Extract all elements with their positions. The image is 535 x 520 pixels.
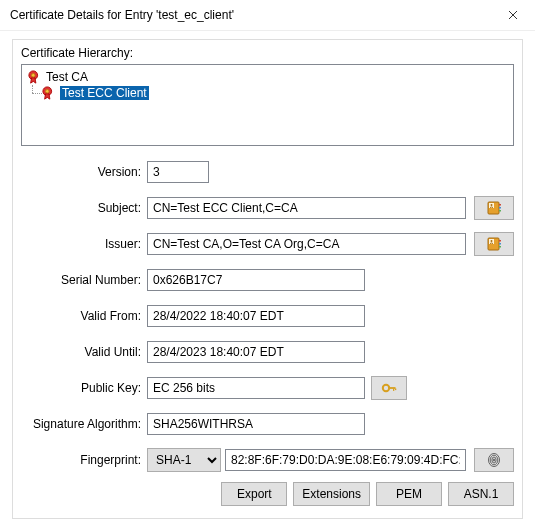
svg-rect-7 (499, 204, 501, 206)
fingerprint-hash-select[interactable]: SHA-1 (147, 448, 221, 472)
tree-item-root-label: Test CA (46, 70, 88, 84)
svg-point-22 (492, 457, 496, 463)
svg-rect-8 (499, 207, 501, 209)
close-button[interactable] (490, 0, 535, 30)
field-serial[interactable] (147, 269, 365, 291)
field-public-key[interactable] (147, 377, 365, 399)
tree-item-root[interactable]: Test CA (28, 69, 507, 85)
svg-rect-18 (393, 389, 394, 391)
field-subject[interactable] (147, 197, 466, 219)
svg-rect-14 (499, 243, 501, 245)
field-sig-alg[interactable] (147, 413, 365, 435)
svg-point-23 (493, 459, 494, 461)
certificate-icon (28, 70, 42, 84)
titlebar: Certificate Details for Entry 'test_ec_c… (0, 0, 535, 31)
window-title: Certificate Details for Entry 'test_ec_c… (10, 8, 234, 22)
certificate-icon (42, 86, 56, 100)
hierarchy-tree[interactable]: Test CA Test ECC Client (21, 64, 514, 146)
field-issuer[interactable] (147, 233, 466, 255)
label-serial: Serial Number: (21, 273, 147, 287)
svg-point-1 (32, 74, 36, 78)
svg-point-3 (46, 90, 50, 94)
svg-rect-15 (499, 246, 501, 248)
svg-rect-17 (389, 387, 396, 389)
field-version[interactable] (147, 161, 209, 183)
main-fieldset: Certificate Hierarchy: Test CA Test ECC … (12, 39, 523, 519)
subject-details-button[interactable] (474, 196, 514, 220)
pem-button[interactable]: PEM (376, 482, 442, 506)
issuer-details-button[interactable] (474, 232, 514, 256)
close-icon (508, 10, 518, 20)
label-fingerprint: Fingerprint: (21, 453, 147, 467)
label-valid-from: Valid From: (21, 309, 147, 323)
form-area: Version: Subject: Issuer: Serial Number: (21, 160, 514, 506)
label-version: Version: (21, 165, 147, 179)
address-book-icon (486, 236, 502, 252)
svg-point-16 (383, 385, 389, 391)
fingerprint-details-button[interactable] (474, 448, 514, 472)
tree-item-child-label: Test ECC Client (60, 86, 149, 100)
tree-item-child[interactable]: Test ECC Client (42, 85, 507, 101)
label-issuer: Issuer: (21, 237, 147, 251)
field-valid-from[interactable] (147, 305, 365, 327)
label-public-key: Public Key: (21, 381, 147, 395)
field-valid-until[interactable] (147, 341, 365, 363)
svg-point-6 (491, 204, 493, 206)
key-icon (381, 380, 397, 396)
svg-point-12 (491, 240, 493, 242)
field-fingerprint[interactable] (225, 449, 466, 471)
svg-rect-9 (499, 210, 501, 212)
label-subject: Subject: (21, 201, 147, 215)
label-sig-alg: Signature Algorithm: (21, 417, 147, 431)
svg-rect-13 (499, 240, 501, 242)
action-bar: Export Extensions PEM ASN.1 (21, 482, 514, 506)
extensions-button[interactable]: Extensions (293, 482, 370, 506)
fingerprint-icon (486, 452, 502, 468)
asn1-button[interactable]: ASN.1 (448, 482, 514, 506)
public-key-details-button[interactable] (371, 376, 407, 400)
hierarchy-label: Certificate Hierarchy: (21, 46, 514, 60)
export-button[interactable]: Export (221, 482, 287, 506)
address-book-icon (486, 200, 502, 216)
svg-rect-19 (395, 389, 396, 391)
label-valid-until: Valid Until: (21, 345, 147, 359)
